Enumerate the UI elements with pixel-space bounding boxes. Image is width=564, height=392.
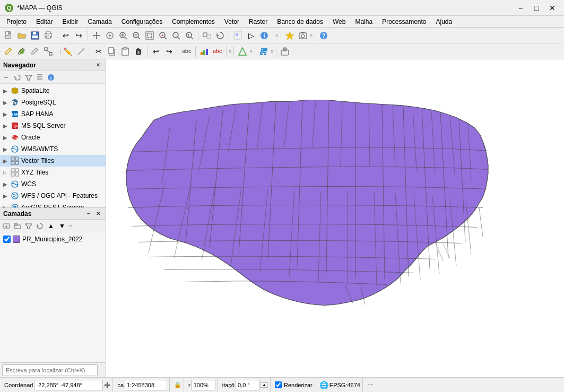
layer-add-button[interactable] xyxy=(1,221,12,231)
help-button[interactable]: ? xyxy=(317,29,330,42)
plugins-button[interactable] xyxy=(279,45,291,58)
paste-button[interactable] xyxy=(119,45,132,58)
more-display[interactable]: ⋯ xyxy=(365,378,375,392)
menu-raster[interactable]: Raster xyxy=(245,17,272,27)
nav-item-xyztiles[interactable]: ▷ XYZ Tiles xyxy=(0,167,106,178)
nav-item-spatialite[interactable]: ▶ SpatiaLite xyxy=(0,85,106,97)
menu-vetor[interactable]: Vetor xyxy=(220,17,244,27)
edit-toggle-button[interactable] xyxy=(2,45,15,58)
zoom-layer-button[interactable]: → xyxy=(170,29,183,42)
open-project-button[interactable] xyxy=(15,29,28,42)
search-input[interactable] xyxy=(2,364,98,376)
menu-banco-dados[interactable]: Banco de dados xyxy=(273,17,327,27)
menu-web[interactable]: Web xyxy=(328,17,350,27)
nav-back-button[interactable]: ← xyxy=(1,72,12,83)
undo-button[interactable]: ↩ xyxy=(59,29,72,42)
zoom-in-button[interactable] xyxy=(117,29,129,42)
list-item[interactable]: PR_Municipios_2022 xyxy=(1,234,105,244)
nav-item-vectortiles[interactable]: ▶ Vector Tiles xyxy=(0,155,106,167)
layer-group-button[interactable] xyxy=(12,221,23,231)
analysis-button[interactable] xyxy=(236,45,249,58)
pan-sync-button[interactable] xyxy=(201,29,213,42)
label-button[interactable]: abc xyxy=(180,45,193,58)
nav-collapse-button[interactable] xyxy=(34,72,45,83)
deselect-button[interactable]: ▷ xyxy=(245,29,257,42)
diagram-button[interactable] xyxy=(198,45,211,58)
rotation-input[interactable] xyxy=(192,380,215,390)
epsg-display[interactable]: 🌐 EPSG:4674 xyxy=(317,378,363,392)
edit-node-button[interactable] xyxy=(42,45,55,58)
capture-button[interactable] xyxy=(297,29,309,42)
digitize-more[interactable]: | xyxy=(59,48,61,55)
python-button[interactable] xyxy=(257,45,270,58)
menu-malha[interactable]: Malha xyxy=(351,17,377,27)
nav-item-wfs[interactable]: ▶ WFS / OGC API - Features xyxy=(0,190,106,202)
refresh-button[interactable] xyxy=(214,29,227,42)
layers-close[interactable]: ✕ xyxy=(94,210,102,218)
pencil-button[interactable]: ✏️ xyxy=(62,45,74,58)
nav-item-wmswmts[interactable]: ▶ WMS/WMTS xyxy=(0,143,106,155)
nav-item-mssql[interactable]: ▶ SQL MS SQL Server xyxy=(0,120,106,132)
analysis-more[interactable]: » xyxy=(249,48,253,54)
coordinate-input[interactable] xyxy=(34,380,103,390)
select-features-button[interactable] xyxy=(231,29,244,42)
edit-button2[interactable] xyxy=(15,45,28,58)
nav-item-arcgis[interactable]: ▶ ArcGIS REST Servers xyxy=(0,202,106,207)
render-checkbox[interactable] xyxy=(275,381,282,388)
zoom-full-button[interactable] xyxy=(143,29,156,42)
nav-filter-button[interactable] xyxy=(23,72,34,83)
layers-minimize[interactable]: − xyxy=(84,210,93,218)
layers-more[interactable]: » xyxy=(69,223,72,229)
zoom-out-button[interactable] xyxy=(130,29,143,42)
nav-refresh-button[interactable] xyxy=(12,72,23,83)
layer-filter-button[interactable] xyxy=(23,221,34,231)
navigator-close[interactable]: ✕ xyxy=(94,61,102,69)
zoom-native-button[interactable]: 1 xyxy=(183,29,196,42)
nav-info-button[interactable]: i xyxy=(46,72,56,83)
maximize-button[interactable]: □ xyxy=(529,3,544,13)
nav-item-wcs[interactable]: ▶ WCS xyxy=(0,178,106,190)
toolbar-more-2[interactable]: » xyxy=(310,32,313,38)
layer-move-down[interactable]: ▼ xyxy=(57,221,67,231)
toolbar-more-1[interactable]: » xyxy=(275,32,279,38)
new-project-button[interactable] xyxy=(2,29,15,42)
redo-edit-button[interactable]: ↪ xyxy=(163,45,176,58)
copy-button[interactable] xyxy=(106,45,118,58)
editing-more[interactable]: » xyxy=(229,48,232,54)
menu-exibir[interactable]: Exibir xyxy=(58,17,82,27)
identify-button[interactable]: i xyxy=(258,29,271,42)
menu-configuracoes[interactable]: Configurações xyxy=(117,17,167,27)
menu-editar[interactable]: Editar xyxy=(32,17,57,27)
edit-line-button[interactable] xyxy=(75,45,88,58)
label-tool-button[interactable]: abc xyxy=(211,45,224,58)
redo-button[interactable]: ↪ xyxy=(73,29,85,42)
pan-map-button[interactable] xyxy=(90,29,103,42)
angle-input[interactable] xyxy=(236,380,259,390)
more-icon[interactable]: ⋯ xyxy=(367,381,373,388)
layer-refresh-button[interactable] xyxy=(34,221,45,231)
layer-move-up[interactable]: ▲ xyxy=(46,221,56,231)
menu-camada[interactable]: Camada xyxy=(83,17,116,27)
bookmarks-button[interactable] xyxy=(283,29,296,42)
menu-ajuda[interactable]: Ajuda xyxy=(432,17,457,27)
digitize-button[interactable] xyxy=(29,45,41,58)
angle-spin-up[interactable]: ▲ xyxy=(261,382,268,388)
undo-edit-button[interactable]: ↩ xyxy=(150,45,162,58)
map-area[interactable] xyxy=(106,59,564,377)
nav-item-postgresql[interactable]: ▶ Pg PostgreSQL xyxy=(0,97,106,108)
menu-complementos[interactable]: Complementos xyxy=(168,17,219,27)
pan-map-button2[interactable] xyxy=(103,29,116,42)
menu-projeto[interactable]: Projeto xyxy=(2,17,31,27)
delete-button[interactable]: 🗑 xyxy=(132,45,145,58)
python-more[interactable]: » xyxy=(271,48,274,54)
close-button[interactable]: ✕ xyxy=(545,3,560,13)
navigator-minimize[interactable]: − xyxy=(84,61,93,69)
zoom-selection-button[interactable]: + xyxy=(157,29,169,42)
menu-processamento[interactable]: Processamento xyxy=(378,17,430,27)
cut-button[interactable]: ✂ xyxy=(92,45,105,58)
nav-item-oracle[interactable]: ▶ Ora Oracle xyxy=(0,132,106,143)
layer-visibility-checkbox[interactable] xyxy=(3,236,11,243)
save-project-button[interactable] xyxy=(29,29,41,42)
print-layout-button[interactable] xyxy=(42,29,55,42)
scale-input[interactable] xyxy=(125,380,167,390)
